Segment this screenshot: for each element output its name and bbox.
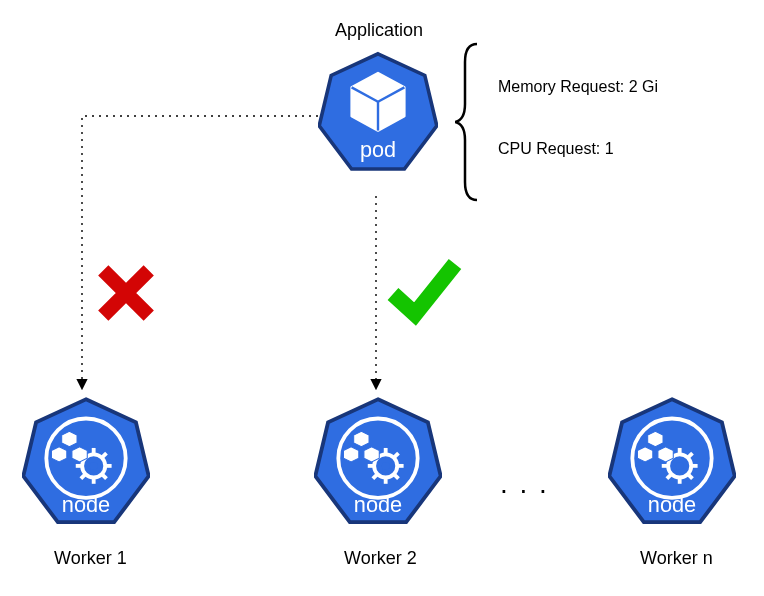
svg-marker-30: [354, 431, 369, 446]
svg-marker-47: [658, 447, 673, 462]
node-label-2: node: [354, 492, 402, 517]
svg-marker-31: [343, 447, 358, 462]
node-badge-n: node: [608, 392, 736, 550]
node-badge-1: node: [22, 392, 150, 550]
ellipsis: . . .: [500, 468, 549, 500]
node-badge-2: node: [314, 392, 442, 550]
accept-icon: [385, 252, 465, 332]
memory-request-label: Memory Request: 2 Gi: [498, 78, 658, 96]
brace-icon: [455, 42, 485, 202]
worker-caption-2: Worker 2: [344, 548, 417, 569]
arrow-to-worker-1: [82, 116, 318, 388]
svg-point-14: [90, 462, 98, 470]
reject-icon: [95, 262, 157, 324]
node-label-1: node: [62, 492, 110, 517]
node-label-n: node: [648, 492, 696, 517]
svg-marker-32: [364, 447, 379, 462]
svg-marker-15: [62, 431, 77, 446]
svg-marker-46: [637, 447, 652, 462]
pod-badge: pod: [318, 46, 438, 196]
cpu-request-label: CPU Request: 1: [498, 140, 614, 158]
svg-marker-17: [72, 447, 87, 462]
svg-point-29: [382, 462, 390, 470]
svg-marker-16: [51, 447, 66, 462]
worker-caption-1: Worker 1: [54, 548, 127, 569]
pod-label: pod: [360, 137, 396, 162]
worker-caption-n: Worker n: [640, 548, 713, 569]
svg-marker-45: [648, 431, 663, 446]
svg-point-44: [676, 462, 684, 470]
application-title: Application: [335, 20, 423, 41]
